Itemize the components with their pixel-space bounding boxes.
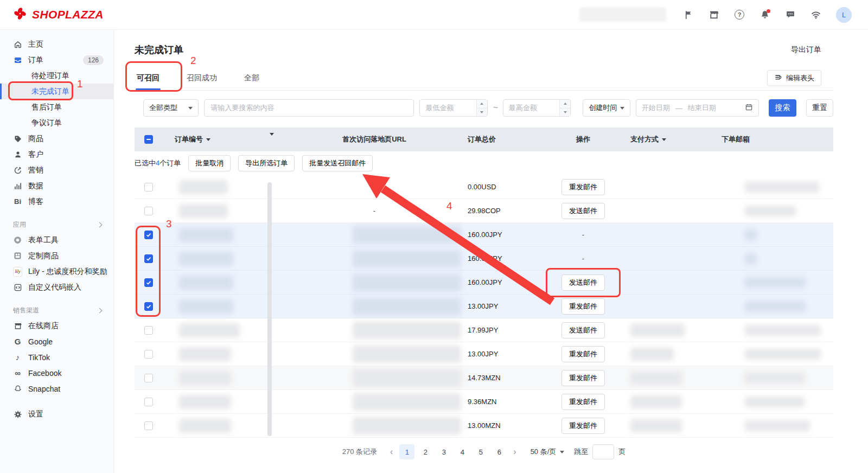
row-checkbox[interactable] — [144, 326, 153, 335]
page-size-select[interactable]: 50 条/页 — [531, 447, 565, 457]
sidebar-item-aftersale-orders[interactable]: 售后订单 — [0, 99, 113, 115]
bulk-send-recall-email-button[interactable]: 批量发送召回邮件 — [302, 155, 373, 171]
sidebar-item-lily-app[interactable]: lily Lily - 忠诚度积分和奖励 — [0, 264, 113, 279]
date-type-select[interactable]: 创建时间 — [583, 99, 630, 117]
send-email-button[interactable]: 发送邮件 — [561, 203, 605, 219]
max-amount-input[interactable]: 最高金额 — [503, 99, 571, 117]
sidebar-item-dispute-orders[interactable]: 争议订单 — [0, 115, 113, 131]
column-hidden[interactable] — [255, 136, 288, 144]
resend-email-button[interactable]: 重发邮件 — [561, 179, 605, 195]
sidebar-item-facebook[interactable]: ∞ Facebook — [0, 365, 113, 381]
page-number-2[interactable]: 2 — [418, 444, 433, 459]
resend-email-button[interactable]: 重发邮件 — [561, 370, 605, 386]
send-email-button[interactable]: 发送邮件 — [561, 322, 605, 338]
sidebar-item-marketing[interactable]: 营销 — [0, 162, 113, 178]
send-email-button[interactable]: 发送邮件 — [561, 274, 605, 291]
row-checkbox[interactable] — [144, 207, 153, 215]
filter-bar: 全部类型 请输入要搜索的内容 最低金额 ~ 最高金额 创建时间 开始日期 — — [143, 99, 833, 117]
redacted-url — [353, 250, 461, 267]
sidebar-item-orders[interactable]: 订单 126 — [0, 52, 113, 68]
chevron-down-icon — [560, 451, 564, 453]
row-checkbox[interactable] — [144, 278, 153, 287]
resend-email-button[interactable]: 重发邮件 — [561, 394, 605, 410]
sidebar-item-blog[interactable]: Bi 博客 — [0, 194, 113, 209]
bar-chart-icon — [13, 181, 22, 190]
edit-table-header-button[interactable]: 编辑表头 — [767, 70, 821, 86]
sidebar-item-analytics[interactable]: 数据 — [0, 178, 113, 194]
orders-icon — [13, 55, 22, 65]
reset-button[interactable]: 重置 — [806, 99, 833, 117]
page-number-3[interactable]: 3 — [436, 444, 451, 459]
number-stepper[interactable] — [559, 100, 570, 116]
table-row: - 29.98COP 发送邮件 — [135, 199, 833, 223]
redacted-url — [353, 298, 461, 315]
row-checkbox[interactable] — [144, 374, 153, 382]
jump-page-input[interactable] — [592, 444, 614, 459]
row-checkbox[interactable] — [144, 350, 153, 359]
sidebar-section-sales-channels[interactable]: 销售渠道 — [0, 303, 113, 318]
sidebar-item-tiktok[interactable]: ♪ TikTok — [0, 349, 113, 365]
search-button[interactable]: 搜索 — [769, 99, 797, 117]
page-number-6[interactable]: 6 — [492, 444, 507, 459]
store-icon[interactable] — [709, 9, 719, 20]
tab-recallable[interactable]: 可召回 — [135, 66, 162, 90]
shoplazza-logo[interactable]: SHOPLAZZA — [13, 7, 104, 23]
wifi-icon[interactable] — [810, 9, 821, 20]
row-checkbox[interactable] — [144, 254, 153, 263]
resend-email-button[interactable]: 重发邮件 — [561, 298, 605, 315]
sidebar-section-apps[interactable]: 应用 — [0, 217, 113, 232]
resend-email-button[interactable]: 重发邮件 — [561, 346, 605, 362]
sidebar-item-snapchat[interactable]: Snapchat — [0, 381, 113, 397]
date-range-input[interactable]: 开始日期 — 结束日期 — [636, 99, 759, 117]
sidebar-item-settings[interactable]: 设置 — [0, 406, 113, 422]
page-number-5[interactable]: 5 — [473, 444, 488, 459]
user-avatar[interactable]: L — [836, 7, 852, 23]
topbar: SHOPLAZZA ? L — [0, 0, 868, 30]
row-checkbox[interactable] — [144, 231, 153, 239]
sidebar-item-form-tool[interactable]: 表单工具 — [0, 232, 113, 248]
page-number-1[interactable]: 1 — [399, 444, 414, 459]
redacted-order-number — [179, 276, 233, 290]
min-amount-input[interactable]: 最低金额 — [419, 99, 487, 117]
redacted-order-number — [179, 228, 233, 242]
next-page-icon[interactable]: › — [510, 447, 519, 457]
column-payment-method[interactable]: 支付方式 — [618, 135, 705, 144]
number-stepper[interactable] — [476, 100, 487, 116]
prev-page-icon[interactable]: ‹ — [387, 447, 396, 457]
bulk-cancel-button[interactable]: 批量取消 — [188, 155, 231, 171]
facebook-meta-icon: ∞ — [13, 368, 22, 378]
gear-icon — [13, 410, 22, 419]
help-icon[interactable]: ? — [734, 9, 745, 20]
order-type-select[interactable]: 全部类型 — [143, 99, 199, 117]
flag-icon[interactable] — [683, 9, 694, 20]
bell-icon[interactable] — [760, 9, 770, 20]
sidebar-item-custom-product[interactable]: 定制商品 — [0, 248, 113, 264]
search-input[interactable]: 请输入要搜索的内容 — [204, 99, 414, 117]
redacted-order-number — [179, 419, 231, 433]
sidebar-item-google[interactable]: G Google — [0, 334, 113, 349]
sidebar-item-home[interactable]: 主页 — [0, 36, 113, 52]
sidebar-item-pending-orders[interactable]: 待处理订单 — [0, 68, 113, 84]
table-scrollbar[interactable] — [267, 182, 272, 436]
sidebar-item-code-embed[interactable]: 自定义代码嵌入 — [0, 279, 113, 295]
redacted-payment-method — [630, 348, 674, 361]
export-selected-button[interactable]: 导出所选订单 — [238, 155, 295, 171]
row-checkbox[interactable] — [144, 183, 153, 191]
sidebar-item-products[interactable]: 商品 — [0, 131, 113, 146]
page-number-4[interactable]: 4 — [455, 444, 470, 459]
row-checkbox[interactable] — [144, 302, 153, 311]
chat-icon[interactable] — [785, 9, 796, 20]
export-orders-link[interactable]: 导出订单 — [791, 45, 821, 55]
sidebar-item-incomplete-orders[interactable]: 未完成订单 — [0, 84, 113, 99]
resend-email-button[interactable]: 重发邮件 — [561, 418, 605, 434]
chevron-right-icon — [97, 222, 103, 227]
row-checkbox[interactable] — [144, 421, 153, 430]
column-order-number[interactable]: 订单编号 — [166, 135, 255, 144]
payment-cell — [618, 395, 705, 408]
select-all-checkbox[interactable] — [144, 135, 153, 144]
sidebar-item-online-store[interactable]: 在线商店 — [0, 318, 113, 334]
sidebar-item-customers[interactable]: 客户 — [0, 146, 113, 162]
row-checkbox[interactable] — [144, 398, 153, 406]
tab-recall-success[interactable]: 召回成功 — [184, 66, 219, 90]
tab-all[interactable]: 全部 — [242, 66, 261, 90]
